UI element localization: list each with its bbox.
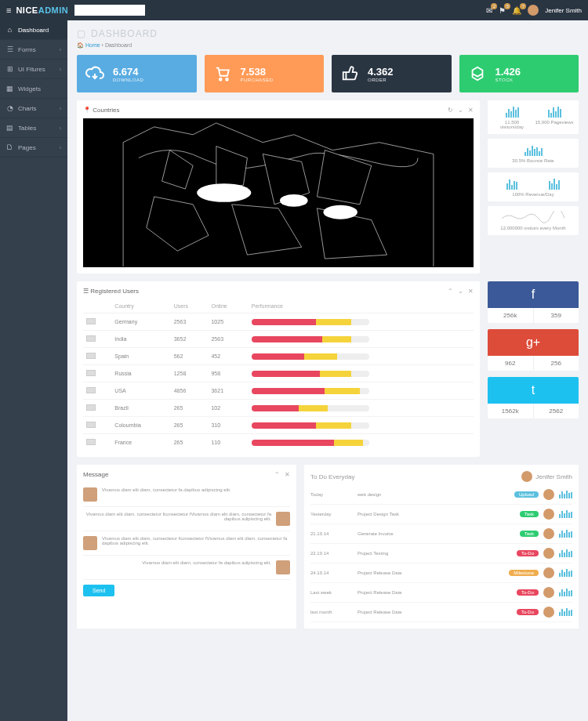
col-flag: [83, 299, 111, 313]
stat-value: 6.674: [113, 66, 143, 78]
todo-row[interactable]: 21.10.14Generate InvoiceTask: [310, 524, 572, 544]
refresh-icon[interactable]: ↻: [448, 107, 453, 114]
todo-tag: Milestone: [509, 570, 539, 576]
avatar: [543, 489, 554, 500]
todo-tag: Task: [520, 531, 539, 537]
chevron-down-icon[interactable]: ⌄: [458, 288, 463, 295]
social-card[interactable]: g+962256: [488, 329, 579, 371]
todo-row[interactable]: Last weekProject Release DateTo-Do: [310, 583, 572, 603]
ui-icon: ⊞: [6, 65, 13, 73]
message-text: Vivamus diam elit diam, consectetur fa d…: [142, 560, 271, 565]
message-item: Vivamus diam elit diam, consectetur fa d…: [83, 556, 290, 580]
sidebar-item-forms[interactable]: ☰Forms›: [0, 40, 67, 60]
cell-country: Germany: [111, 313, 170, 331]
tables-icon: ▤: [6, 124, 13, 132]
cell-country: USA: [111, 382, 170, 400]
todo-user: Jenifer Smith: [535, 473, 572, 480]
close-icon[interactable]: ✕: [468, 107, 474, 114]
todo-tag: To-Do: [517, 589, 539, 596]
todo-row[interactable]: YesterdayProject Design TaskTask: [310, 505, 572, 524]
todo-date: last month: [310, 610, 358, 614]
sidebar-item-widgets[interactable]: ▦Widgets: [0, 79, 67, 99]
todo-row[interactable]: Todayweb designUpload: [310, 485, 572, 505]
table-row[interactable]: Brazil265102: [83, 400, 474, 417]
table-row[interactable]: Russia1258958: [83, 365, 474, 382]
stat-download[interactable]: 6.674DOWNLOAD: [77, 55, 197, 92]
panel-title: Message: [83, 471, 108, 478]
table-row[interactable]: India36522563: [83, 331, 474, 348]
chevron-up-icon[interactable]: ⌃: [448, 288, 453, 295]
table-row[interactable]: Germany25631025: [83, 313, 474, 331]
send-button[interactable]: Send: [83, 585, 114, 596]
cell-country: Brazil: [111, 400, 170, 417]
sidebar-label: Dashboard: [18, 27, 49, 34]
todo-row[interactable]: 24.10.14Project Release DateMilestone: [310, 563, 572, 583]
cell-users: 2563: [171, 313, 209, 331]
stat-label: DOWNLOAD: [113, 78, 143, 82]
sparkbar-icon: [492, 105, 532, 118]
todo-date: Last week: [310, 590, 358, 595]
chevron-down-icon[interactable]: ⌄: [458, 107, 463, 114]
stat-order[interactable]: 4.362ORDER: [332, 55, 452, 92]
avatar[interactable]: [528, 5, 539, 16]
alert-icon[interactable]: ⚑5: [499, 6, 506, 15]
performance-bar: [252, 336, 369, 342]
stat-stock[interactable]: 1.426STOCK: [459, 55, 579, 92]
social-stat-b: 256: [534, 356, 579, 371]
message-text: Vivamus diam elit diam, consectetur fcon…: [83, 512, 271, 521]
stat-value: 4.362: [368, 66, 394, 78]
crumb-home[interactable]: Home: [85, 42, 100, 48]
close-icon[interactable]: ✕: [468, 288, 474, 295]
social-card[interactable]: f256k359: [488, 281, 579, 323]
svg-point-3: [280, 194, 308, 207]
table-row[interactable]: USA48563621: [83, 382, 474, 400]
alert-badge: 5: [504, 3, 510, 9]
cell-online: 110: [208, 434, 248, 451]
sidebar-item-pages[interactable]: 🗋Pages›: [0, 138, 67, 158]
sparkbar-icon: [559, 530, 572, 538]
search-input[interactable]: [74, 5, 145, 16]
sidebar-item-ui[interactable]: ⊞UI Fitures›: [0, 60, 67, 79]
brand-part1: NICE: [16, 5, 38, 15]
sidebar-item-tables[interactable]: ▤Tables›: [0, 118, 67, 138]
menu-toggle-icon[interactable]: ≡: [6, 5, 11, 15]
table-row[interactable]: Spain562452: [83, 348, 474, 365]
stat-purchased[interactable]: 7.538PURCHASED: [205, 55, 325, 92]
world-map[interactable]: [83, 118, 474, 267]
cell-online: 958: [208, 365, 248, 382]
table-row[interactable]: Coloumbia265310: [83, 417, 474, 434]
flag-icon: [86, 353, 96, 359]
mail-icon[interactable]: ✉2: [486, 6, 492, 15]
home-icon: ⌂: [6, 26, 13, 34]
stat-label: PURCHASED: [241, 78, 274, 82]
cell-users: 562: [171, 348, 209, 365]
avatar: [543, 607, 554, 618]
username[interactable]: Jenifer Smith: [545, 7, 582, 14]
cloud-download-icon: [85, 63, 105, 84]
chevron-right-icon: ›: [60, 106, 61, 111]
thumbs-up-icon: [339, 63, 360, 84]
sparkbar-icon: [559, 589, 572, 596]
pages-icon: 🗋: [6, 143, 13, 151]
sidebar-label: Forms: [18, 46, 36, 53]
cell-country: France: [111, 434, 170, 451]
todo-row[interactable]: 22.10.14Project TestingTo-Do: [310, 544, 572, 563]
sparkline-icon: [492, 211, 574, 223]
col-users: Users: [171, 299, 209, 313]
todo-tag: To-Do: [517, 609, 539, 615]
sparkbar-icon: [559, 608, 572, 616]
bell-icon[interactable]: 🔔7: [512, 6, 521, 15]
table-row[interactable]: France265110: [83, 434, 474, 451]
todo-row[interactable]: last monthProject Release DateTo-Do: [310, 603, 572, 622]
dashboard-icon: ▢: [77, 28, 86, 39]
social-card[interactable]: t1562k2562: [488, 377, 579, 418]
sidebar-item-dashboard[interactable]: ⌂Dashboard: [0, 20, 67, 40]
chevron-up-icon[interactable]: ⌃: [274, 471, 280, 478]
avatar: [543, 528, 554, 539]
close-icon[interactable]: ✕: [285, 471, 290, 478]
flag-icon: [86, 318, 96, 324]
flag-icon: [86, 335, 96, 342]
svg-point-1: [226, 78, 228, 81]
sidebar-item-charts[interactable]: ◔Charts›: [0, 99, 67, 118]
message-text: Vivamus diam elit diam, consectetur fa d…: [102, 487, 231, 492]
